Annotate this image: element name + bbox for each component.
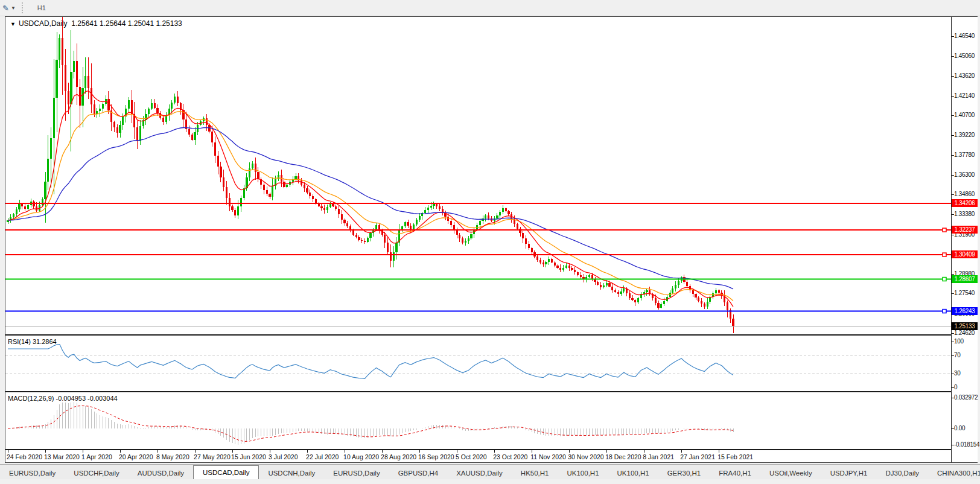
ma-line-mid bbox=[8, 112, 733, 301]
time-scale-label: 10 Aug 2020 bbox=[343, 453, 379, 460]
macd-svg bbox=[5, 393, 951, 449]
rsi-scale-label: 100 bbox=[954, 338, 964, 345]
price-scale-label: 1.34860 bbox=[954, 191, 975, 197]
panel-splitter[interactable] bbox=[5, 391, 977, 392]
chart-tab-UK100-H1[interactable]: UK100,H1 bbox=[608, 468, 658, 479]
price-line-label: 1.30409 bbox=[952, 250, 978, 258]
time-scale-label: 15 Jun 2020 bbox=[231, 453, 266, 460]
current-price-label: 1.25133 bbox=[952, 322, 978, 330]
time-scale-label: 24 Feb 2020 bbox=[7, 453, 42, 460]
time-scale-tick bbox=[457, 450, 457, 453]
price-scale-label: 1.37780 bbox=[954, 151, 975, 158]
chart-tab-XAUUSD-Daily[interactable]: XAUUSD,Daily bbox=[447, 468, 512, 479]
toolbar-grip bbox=[22, 2, 25, 13]
cursor-tool-button[interactable]: ✎ ▼ bbox=[2, 4, 16, 13]
macd-scale-label: -0.018154 bbox=[954, 441, 979, 448]
line-handle[interactable] bbox=[943, 310, 946, 313]
ma-line-slow bbox=[8, 128, 733, 289]
line-handle[interactable] bbox=[943, 278, 946, 281]
chart-tab-USDCAD-Daily[interactable]: USDCAD,Daily bbox=[193, 465, 259, 479]
price-scale-label: 1.43620 bbox=[954, 72, 975, 79]
macd-scale-label: 0.032972 bbox=[954, 394, 978, 401]
chart-tabs: EURUSD,DailyUSDCHF,DailyAUDUSD,DailyUSDC… bbox=[0, 464, 980, 479]
time-scale[interactable]: 24 Feb 202013 Mar 20201 Apr 202020 Apr 2… bbox=[5, 450, 977, 462]
chart-tab-GER30-H1[interactable]: GER30,H1 bbox=[658, 468, 710, 479]
rsi-svg bbox=[5, 337, 951, 391]
time-scale-label: 11 Nov 2020 bbox=[530, 453, 566, 460]
time-scale-label: 28 Aug 2020 bbox=[381, 453, 416, 460]
pen-cursor-icon: ✎ bbox=[2, 4, 9, 13]
chart-tab-DJ30-Daily[interactable]: DJ30,Daily bbox=[876, 468, 928, 479]
chart-tab-USOil-Weekly[interactable]: USOil,Weekly bbox=[760, 468, 821, 479]
price-chart-svg bbox=[5, 17, 951, 334]
rsi-scale-label: 30 bbox=[954, 370, 961, 377]
line-handle[interactable] bbox=[943, 228, 946, 232]
time-scale-tick bbox=[569, 450, 570, 453]
chevron-down-icon[interactable]: ▼ bbox=[11, 5, 16, 11]
chart-tab-USDJPY-H1[interactable]: USDJPY,H1 bbox=[821, 468, 877, 479]
price-line-label: 1.28607 bbox=[952, 275, 978, 283]
macd-panel[interactable] bbox=[5, 393, 951, 449]
time-scale-label: 3 Jul 2020 bbox=[269, 453, 298, 460]
time-scale-label: 27 May 2020 bbox=[194, 453, 231, 460]
price-scale-label: 1.45060 bbox=[954, 53, 975, 59]
time-scale-label: 8 Jan 2021 bbox=[643, 453, 674, 460]
time-scale-tick bbox=[606, 450, 607, 453]
price-scale-label: 1.27540 bbox=[954, 290, 975, 296]
time-scale-tick bbox=[83, 450, 83, 453]
chart-tab-USDCNH-Daily[interactable]: USDCNH,Daily bbox=[259, 468, 324, 479]
chart-tab-AUDUSD-Daily[interactable]: AUDUSD,Daily bbox=[129, 468, 193, 479]
macd-histogram bbox=[8, 402, 733, 445]
timeframe-button-H1[interactable]: H1 bbox=[30, 2, 53, 13]
time-scale-tick bbox=[195, 450, 196, 453]
time-scale-tick bbox=[719, 450, 719, 453]
chart-tab-HK50-H1[interactable]: HK50,H1 bbox=[512, 468, 558, 479]
price-scale-label: 1.24620 bbox=[954, 330, 975, 336]
time-scale-tick bbox=[532, 450, 532, 453]
time-scale-label: 18 Dec 2020 bbox=[605, 453, 641, 460]
panel-splitter[interactable] bbox=[5, 334, 977, 336]
chart-tab-EURUSD-Daily[interactable]: EURUSD,Daily bbox=[0, 468, 65, 479]
chart-window: 24 Feb 202013 Mar 20201 Apr 202020 Apr 2… bbox=[5, 16, 978, 463]
chart-tab-EURUSD-Daily[interactable]: EURUSD,Daily bbox=[324, 468, 389, 479]
time-scale-label: 27 Jan 2021 bbox=[680, 453, 715, 460]
time-scale-tick bbox=[270, 450, 270, 453]
time-scale-label: 1 Apr 2020 bbox=[81, 453, 112, 460]
chart-tab-UK100-H1[interactable]: UK100,H1 bbox=[558, 468, 608, 479]
time-scale-label: 22 Jul 2020 bbox=[306, 453, 339, 460]
time-scale-tick bbox=[419, 450, 420, 453]
rsi-panel[interactable] bbox=[5, 337, 951, 391]
time-scale-label: 13 Mar 2020 bbox=[44, 453, 80, 460]
price-scale-label: 1.36300 bbox=[954, 171, 975, 178]
chart-tab-FRA40-H1[interactable]: FRA40,H1 bbox=[710, 468, 760, 479]
ma-line-fast bbox=[8, 91, 733, 307]
line-handle[interactable] bbox=[943, 253, 946, 256]
time-scale-tick bbox=[382, 450, 383, 453]
time-scale-tick bbox=[307, 450, 308, 453]
time-scale-label: 23 Oct 2020 bbox=[493, 453, 527, 460]
candles bbox=[7, 17, 734, 333]
chart-tab-GBPUSD-H4[interactable]: GBPUSD,H4 bbox=[389, 468, 447, 479]
price-scale-label: 1.40700 bbox=[954, 112, 975, 118]
chart-title: ▼USDCAD,Daily 1.25641 1.25644 1.25041 1.… bbox=[10, 19, 182, 28]
collapse-arrow-icon[interactable]: ▼ bbox=[10, 21, 16, 27]
time-scale-tick bbox=[494, 450, 495, 453]
price-scale[interactable]: 1.465401.450601.436201.421401.407001.392… bbox=[952, 17, 978, 462]
price-line-label: 1.32237 bbox=[952, 226, 978, 234]
time-scale-tick bbox=[644, 450, 644, 453]
price-scale-label: 1.42140 bbox=[954, 92, 975, 99]
price-scale-label: 1.39220 bbox=[954, 132, 975, 138]
chart-tab-CHINA300-H1[interactable]: CHINA300,H1 bbox=[928, 468, 980, 479]
main-chart-panel[interactable] bbox=[5, 17, 951, 334]
time-scale-tick bbox=[45, 450, 46, 453]
timeframe-toolbar: ✎ ▼ M1M5M15M30H1H4D1W1MN bbox=[0, 0, 980, 16]
rsi-indicator-label: RSI(14) 31.2864 bbox=[8, 338, 57, 345]
time-scale-tick bbox=[158, 450, 158, 453]
time-scale-tick bbox=[120, 450, 121, 453]
time-scale-tick bbox=[8, 450, 8, 453]
time-scale-label: 16 Sep 2020 bbox=[418, 453, 454, 460]
price-line-label: 1.34206 bbox=[952, 199, 978, 207]
time-scale-label: 15 Feb 2021 bbox=[718, 453, 753, 460]
macd-indicator-label: MACD(12,26,9) -0.004953 -0.003044 bbox=[8, 395, 118, 402]
chart-tab-USDCHF-Daily[interactable]: USDCHF,Daily bbox=[65, 468, 128, 479]
